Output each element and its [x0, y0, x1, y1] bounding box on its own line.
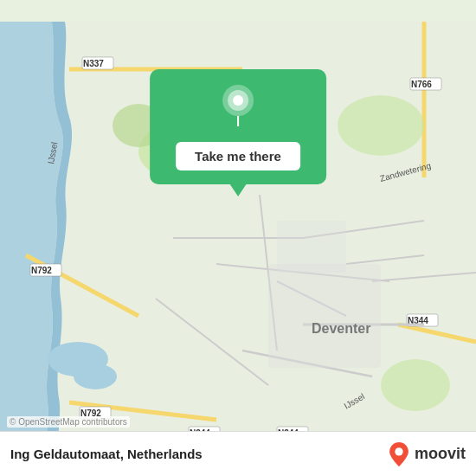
svg-rect-41 [268, 264, 381, 368]
moovit-icon [387, 442, 411, 466]
location-pin-icon [221, 85, 255, 130]
svg-text:N337: N337 [83, 59, 104, 68]
location-info: Ing Geldautomaat, Netherlands [10, 447, 203, 461]
copyright-text: © OpenStreetMap contributors [7, 416, 130, 428]
moovit-logo: moovit [387, 442, 466, 466]
svg-point-46 [381, 359, 450, 411]
svg-point-45 [338, 95, 424, 156]
svg-point-2 [74, 363, 117, 389]
take-me-there-button[interactable]: Take me there [176, 142, 300, 170]
bottom-bar: Ing Geldautomaat, Netherlands moovit [0, 431, 476, 476]
svg-point-49 [233, 95, 243, 106]
location-name: Ing Geldautomaat, Netherlands [10, 447, 203, 461]
svg-text:N766: N766 [411, 80, 432, 89]
map-container: N337 N337 N337 N766 N792 N792 N344 N344 … [0, 0, 476, 476]
svg-rect-42 [277, 221, 346, 273]
moovit-text: moovit [415, 445, 466, 463]
svg-text:N792: N792 [31, 266, 52, 275]
popup-card: Take me there [150, 69, 326, 184]
svg-point-50 [395, 447, 402, 455]
